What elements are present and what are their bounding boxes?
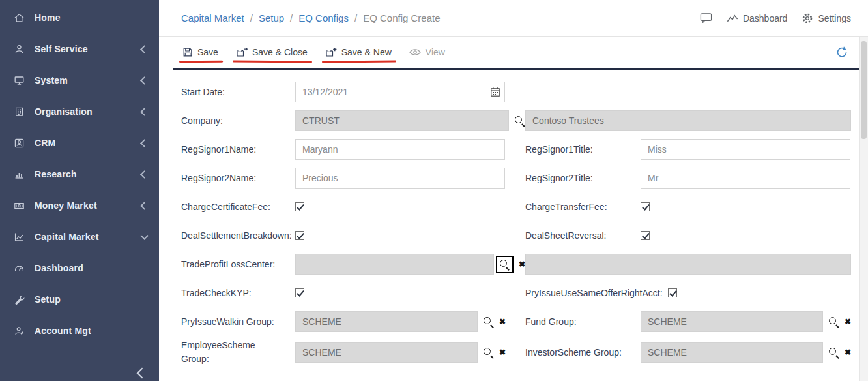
clear-icon[interactable]: ✖ [519,260,525,268]
tradecheckkyp-label: TradeCheckKYP: [181,288,295,298]
eq-config-form: Start Date: Company: [159,70,868,369]
view-button[interactable]: View [409,47,445,57]
regsignor1title-input[interactable] [641,139,850,160]
sidebar-item-organisation[interactable]: Organisation [0,96,159,127]
chevron-left-icon [140,139,149,147]
settings-button[interactable]: Settings [802,12,851,24]
save-close-button-label: Save & Close [252,47,308,57]
save-button-label: Save [197,47,218,57]
chevron-left-icon [140,202,149,210]
start-date-input[interactable] [295,82,505,102]
search-icon[interactable] [499,259,510,270]
sidebar-item-dashboard[interactable]: Dashboard [0,252,159,284]
scrollbar-thumb[interactable] [861,41,867,139]
search-icon[interactable] [828,347,839,358]
breadcrumb-eq-configs[interactable]: EQ Configs [298,12,349,23]
red-annotation-underline [322,61,396,63]
sidebar-item-system[interactable]: System [0,65,159,96]
account-mgt-icon [13,326,25,337]
employeeschemegroup-label: EmployeeScheme Group: [181,339,295,366]
comment-icon [700,12,712,23]
capital-market-icon [13,232,25,243]
home-icon [13,12,25,23]
company-name-input[interactable] [525,110,851,131]
pryissueusesameofferrightacct-checkbox[interactable] [668,288,677,297]
sidebar-item-label: Setup [35,294,147,305]
tradeprofitlosscenter-name-input[interactable] [525,254,851,275]
employeeschemegroup-input[interactable] [295,342,478,363]
tradecheckkyp-checkbox[interactable] [295,288,304,297]
refresh-button[interactable] [835,46,848,59]
breadcrumb-separator: / [250,12,253,23]
sidebar-item-label: Home [35,12,147,23]
regsignor2name-input[interactable] [295,168,505,189]
dashboard-button[interactable]: Dashboard [727,13,788,23]
search-icon[interactable] [483,316,494,328]
save-new-button[interactable]: Save & New [325,47,392,57]
investorschemegroup-label: InvestorScheme Group: [525,347,641,358]
comment-button[interactable] [700,12,712,23]
regsignor1name-input[interactable] [295,139,505,160]
calendar-icon[interactable] [490,87,500,97]
breadcrumb-separator: / [290,12,293,23]
chargecertificatefee-checkbox[interactable] [295,202,304,211]
sidebar-item-capital-market[interactable]: Capital Market [0,221,159,252]
vertical-scrollbar[interactable] [859,37,868,381]
chargetransferfee-checkbox[interactable] [641,202,650,211]
dealsheetreversal-checkbox[interactable] [641,231,650,240]
fundgroup-label: Fund Group: [525,316,641,327]
pryissuewalkingroup-input[interactable] [295,311,478,332]
company-code-input[interactable] [295,110,509,131]
app-window: Home Self Service System Organisation [0,0,868,381]
breadcrumb-setup[interactable]: Setup [259,12,284,23]
dealsettlementbreakdown-checkbox[interactable] [295,231,304,240]
sidebar-item-account-mgt[interactable]: Account Mgt [0,315,159,346]
crm-icon [13,138,25,149]
breadcrumb-separator: / [354,12,357,23]
form-row-company: Company: [159,106,868,135]
clear-icon[interactable]: ✖ [499,348,506,356]
sidebar-item-money-market[interactable]: Money Market [0,190,159,221]
save-button[interactable]: Save [182,47,218,57]
form-row-regsignor1: RegSignor1Name: RegSignor1Title: [159,135,868,164]
sidebar-item-label: Research [35,169,141,179]
sidebar-item-label: Dashboard [35,263,147,273]
regsignor2title-input[interactable] [641,168,850,189]
sidebar: Home Self Service System Organisation [0,0,159,381]
search-icon[interactable] [483,347,494,358]
search-icon[interactable] [828,316,839,328]
form-row-walkin-fund: PryIssueWalkin Group: ✖ Fund Group: ✖ [159,307,868,336]
sidebar-item-label: Capital Market [35,232,141,242]
sidebar-item-label: Money Market [35,200,141,211]
system-icon [13,75,25,86]
chevron-down-icon [140,232,149,240]
form-row-schemes: EmployeeScheme Group: ✖ InvestorScheme G… [159,336,868,369]
form-row-charge-fees: ChargeCertificateFee: ChargeTransferFee: [159,192,868,221]
clear-icon[interactable]: ✖ [499,318,506,326]
save-close-button[interactable]: Save & Close [236,47,308,57]
investorschemegroup-input[interactable] [641,342,823,363]
sidebar-item-setup[interactable]: Setup [0,284,159,315]
fundgroup-input[interactable] [641,311,823,332]
sidebar-item-home[interactable]: Home [0,2,159,33]
tradeprofitlosscenter-code-input[interactable] [295,254,494,275]
eye-icon [409,48,421,57]
clear-icon[interactable]: ✖ [845,318,851,326]
sidebar-item-self-service[interactable]: Self Service [0,33,159,65]
sidebar-item-label: Self Service [35,44,141,54]
money-market-icon [13,200,25,211]
tradeprofitlosscenter-label: TradeProfitLossCenter: [181,259,295,269]
main-content: Capital Market / Setup / EQ Configs / EQ… [159,0,868,381]
breadcrumb-capital-market[interactable]: Capital Market [181,12,244,23]
breadcrumb-current-page: EQ Config Create [363,12,440,23]
toolbar: Save Save & Close Save & New [159,37,868,68]
save-close-icon [236,47,248,57]
sidebar-collapse-chevron-icon[interactable] [137,368,148,379]
sidebar-item-research[interactable]: Research [0,159,159,190]
form-row-tradeprofitlosscenter: TradeProfitLossCenter: ✖ [159,250,868,279]
search-icon[interactable] [514,115,525,127]
clear-icon[interactable]: ✖ [845,348,851,356]
topbar-actions: Dashboard Settings [700,12,851,24]
form-row-tradecheckkyp: TradeCheckKYP: PryIssueUseSameOfferRight… [159,279,868,307]
sidebar-item-crm[interactable]: CRM [0,127,159,159]
